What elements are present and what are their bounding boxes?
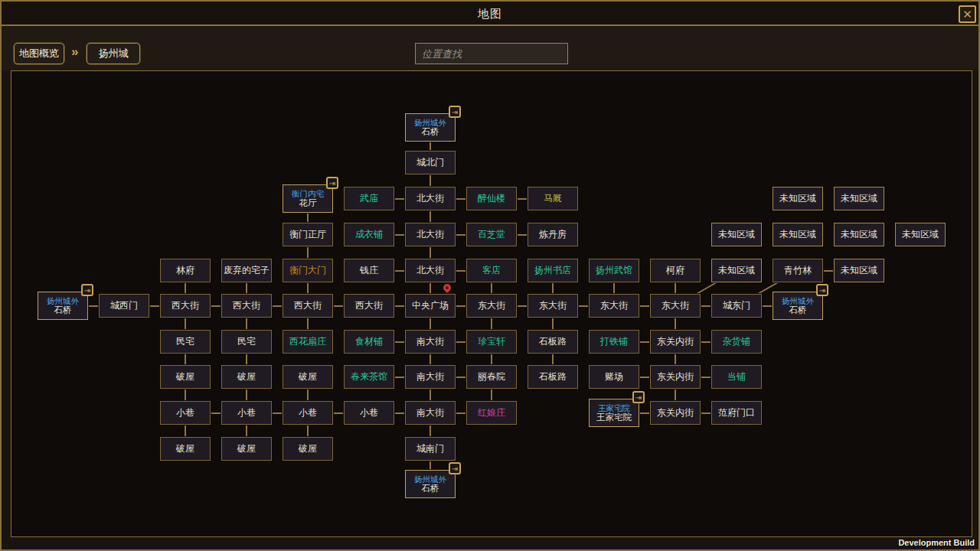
map-node[interactable]: 破屋: [160, 365, 211, 389]
node-label: 破屋: [299, 444, 317, 455]
map-node[interactable]: 武庙: [344, 187, 394, 210]
map-node[interactable]: 西大街: [283, 294, 333, 318]
map-node[interactable]: 北大街: [405, 187, 456, 210]
map-node[interactable]: 青竹林: [773, 259, 823, 282]
map-node[interactable]: 民宅: [160, 330, 211, 354]
portal-exit-icon: ⇥: [449, 106, 461, 118]
node-label: 衡门正厅: [289, 230, 326, 240]
map-node[interactable]: 城西门: [99, 294, 149, 318]
node-label: 珍宝轩: [478, 337, 505, 347]
map-node[interactable]: 扬州城外石桥⇥: [38, 292, 88, 320]
node-label: 北大街: [416, 194, 444, 204]
map-node[interactable]: 客店: [466, 259, 517, 282]
node-label: 未知区域: [718, 230, 755, 240]
map-node[interactable]: 废弃的宅子: [221, 259, 272, 282]
map-node[interactable]: 破屋: [221, 365, 272, 389]
map-node[interactable]: 破屋: [283, 365, 333, 389]
map-node[interactable]: 食材铺: [344, 330, 394, 354]
map-node-unknown[interactable]: 未知区域: [834, 223, 884, 246]
map-node[interactable]: 衡门正厅: [283, 223, 333, 246]
map-node[interactable]: 丽春院: [466, 365, 517, 389]
map-node-unknown[interactable]: 未知区域: [773, 223, 823, 246]
map-node[interactable]: 北大街: [405, 259, 456, 282]
map-node[interactable]: 东大街: [528, 294, 578, 318]
map-node[interactable]: 民宅: [221, 330, 272, 354]
map-node[interactable]: 林府: [160, 259, 211, 282]
map-node[interactable]: 破屋: [221, 437, 272, 461]
breadcrumb-yangzhou-city[interactable]: 扬州城: [87, 43, 140, 64]
map-node[interactable]: 钱庄: [344, 259, 394, 282]
node-label: 未知区域: [841, 230, 877, 240]
map-node[interactable]: 成衣铺: [344, 223, 394, 246]
map-node[interactable]: 小巷: [160, 401, 211, 425]
map-node[interactable]: 东大街: [650, 294, 701, 318]
map-node[interactable]: 小巷: [283, 401, 333, 425]
map-node[interactable]: 南大街: [405, 330, 456, 354]
map-node[interactable]: 小巷: [344, 401, 394, 425]
location-search-input[interactable]: [415, 43, 568, 64]
map-node[interactable]: 春来茶馆: [344, 365, 394, 389]
map-node[interactable]: 衡门大门: [283, 259, 333, 282]
map-node-unknown[interactable]: 未知区域: [711, 259, 762, 282]
map-node[interactable]: 石板路: [528, 330, 578, 354]
map-node[interactable]: 马厩: [528, 187, 578, 210]
map-node-unknown[interactable]: 未知区域: [711, 223, 762, 246]
map-node[interactable]: 扬州武馆: [589, 259, 639, 282]
map-node[interactable]: 衡门内宅花厅⇥: [283, 184, 333, 213]
map-node[interactable]: 北大街: [405, 223, 456, 246]
node-label: 西大街: [294, 301, 322, 311]
map-node[interactable]: 石板路: [528, 365, 578, 389]
node-label: 春来茶馆: [351, 372, 387, 383]
map-node[interactable]: 扬州书店: [528, 259, 578, 282]
node-label: 石桥: [789, 305, 807, 315]
map-node[interactable]: 柯府: [650, 259, 701, 282]
map-node[interactable]: 王家宅院王家宅院⇥: [589, 399, 639, 427]
map-node-unknown[interactable]: 未知区域: [834, 187, 884, 210]
map-node[interactable]: 当铺: [711, 365, 762, 389]
map-node[interactable]: 南大街: [405, 365, 456, 389]
breadcrumb-map-overview[interactable]: 地图概览: [14, 43, 64, 64]
map-node[interactable]: 城南门: [405, 437, 456, 461]
node-label: 武庙: [360, 194, 378, 204]
map-node[interactable]: 扬州城外石桥⇥: [405, 113, 456, 142]
map-node[interactable]: 百芝堂: [466, 223, 517, 246]
map-node[interactable]: 城北门: [405, 151, 456, 174]
map-node[interactable]: 东大街: [466, 294, 517, 318]
toolbar: 地图概览 » 扬州城: [2, 26, 978, 70]
map-node-unknown[interactable]: 未知区域: [773, 187, 823, 210]
map-node[interactable]: 西花扇庄: [283, 330, 333, 354]
map-node[interactable]: 珍宝轩: [466, 330, 517, 354]
node-label: 石板路: [539, 372, 567, 383]
map-node[interactable]: 东关内街: [650, 401, 701, 425]
map-node[interactable]: 打铁铺: [589, 330, 639, 354]
map-node[interactable]: 炼丹房: [528, 223, 578, 246]
map-node[interactable]: 范府门口: [711, 401, 762, 425]
map-node[interactable]: 醉仙楼: [466, 187, 517, 210]
map-node[interactable]: 破屋: [160, 437, 211, 461]
map-node[interactable]: 东关内街: [650, 365, 701, 389]
map-node[interactable]: 西大街: [160, 294, 211, 318]
map-node[interactable]: 扬州城外石桥⇥: [773, 292, 823, 320]
node-label: 北大街: [416, 230, 444, 240]
map-node[interactable]: 城东门: [711, 294, 762, 318]
close-button[interactable]: ✕: [959, 5, 976, 23]
map-node[interactable]: 南大街: [405, 401, 456, 425]
node-label: 青竹林: [784, 266, 812, 276]
window-title: 地图: [2, 2, 978, 26]
map-node-unknown[interactable]: 未知区域: [895, 223, 946, 246]
map-node[interactable]: 扬州城外石桥⇥: [405, 470, 456, 498]
map-node[interactable]: 东关内街: [650, 330, 701, 354]
node-label: 炼丹房: [539, 230, 567, 240]
map-node[interactable]: 西大街: [221, 294, 272, 318]
map-node[interactable]: 小巷: [221, 401, 272, 425]
map-node[interactable]: 红娘庄: [466, 401, 517, 425]
map-node[interactable]: 东大街: [589, 294, 639, 318]
development-build-label: Development Build: [898, 538, 975, 547]
map-node-unknown[interactable]: 未知区域: [834, 259, 884, 282]
map-node[interactable]: 杂货铺: [711, 330, 762, 354]
node-label: 民宅: [176, 337, 194, 347]
map-node[interactable]: 中央广场: [405, 294, 456, 318]
map-node[interactable]: 破屋: [283, 437, 333, 461]
map-node[interactable]: 赌场: [589, 365, 639, 389]
map-node[interactable]: 西大街: [344, 294, 394, 318]
